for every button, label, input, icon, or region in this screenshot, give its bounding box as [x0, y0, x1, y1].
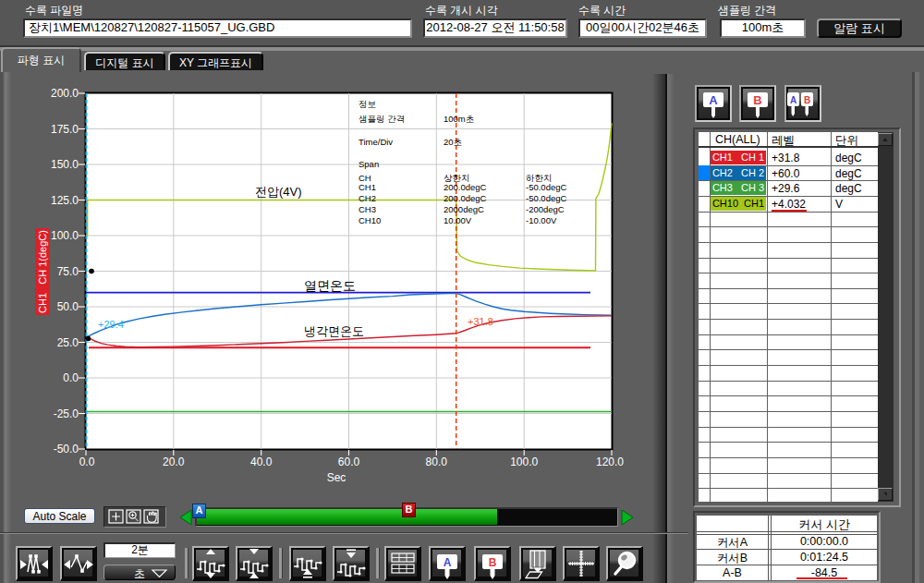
svg-text:전압(4V): 전압(4V) [255, 185, 302, 199]
svg-text:Time/Div: Time/Div [359, 137, 393, 147]
svg-text:125.0: 125.0 [51, 194, 79, 207]
svg-text:0.0: 0.0 [79, 455, 95, 468]
svg-text:CH1: CH1 [359, 182, 376, 192]
svg-text:B: B [804, 95, 810, 105]
svg-text:A: A [790, 95, 796, 105]
svg-text:Span: Span [359, 159, 379, 169]
svg-text:60.0: 60.0 [338, 455, 360, 468]
svg-text:100.0: 100.0 [51, 229, 79, 242]
svg-text:A: A [709, 93, 718, 107]
svg-text:80.0: 80.0 [426, 455, 448, 468]
svg-text:정보: 정보 [359, 99, 376, 109]
svg-text:냉각면온도: 냉각면온도 [304, 324, 364, 338]
svg-text:CH2: CH2 [359, 193, 376, 203]
svg-text:200.0degC: 200.0degC [444, 182, 487, 192]
svg-text:20초: 20초 [444, 137, 462, 147]
svg-text:0.0: 0.0 [63, 371, 79, 384]
svg-text:200.0degC: 200.0degC [444, 193, 487, 203]
svg-text:A: A [444, 556, 452, 569]
svg-text:20.0: 20.0 [163, 455, 185, 468]
svg-text:2000degC: 2000degC [444, 204, 484, 214]
svg-text:10.00V: 10.00V [444, 215, 472, 225]
svg-text:200.0: 200.0 [51, 88, 79, 100]
svg-text:40.0: 40.0 [250, 455, 273, 468]
svg-text:-25.0: -25.0 [54, 407, 79, 420]
svg-text:50.0: 50.0 [57, 300, 79, 313]
svg-text:120.0: 120.0 [596, 455, 624, 468]
svg-text:25.0: 25.0 [57, 336, 79, 349]
svg-text:100.0: 100.0 [510, 455, 538, 468]
svg-text:175.0: 175.0 [51, 123, 79, 136]
svg-text:B: B [489, 556, 497, 569]
svg-text:CH3: CH3 [359, 204, 376, 214]
svg-text:100m초: 100m초 [444, 114, 474, 124]
svg-text:-50.0: -50.0 [54, 443, 79, 455]
svg-text:B: B [753, 93, 761, 107]
svg-text:열면온도: 열면온도 [304, 278, 356, 293]
svg-text:Sec: Sec [327, 471, 346, 484]
svg-text:+29.4: +29.4 [98, 319, 124, 330]
svg-text:CH10: CH10 [359, 215, 381, 225]
svg-text:+31.8: +31.8 [468, 316, 493, 327]
svg-text:75.0: 75.0 [57, 265, 79, 278]
svg-text:샘플링 간격: 샘플링 간격 [359, 114, 405, 124]
svg-text:-200degC: -200degC [526, 204, 565, 214]
svg-text:-50.0degC: -50.0degC [526, 182, 567, 192]
svg-text:-50.0degC: -50.0degC [526, 193, 567, 203]
svg-text:-10.00V: -10.00V [526, 215, 557, 225]
svg-text:150.0: 150.0 [51, 158, 79, 171]
